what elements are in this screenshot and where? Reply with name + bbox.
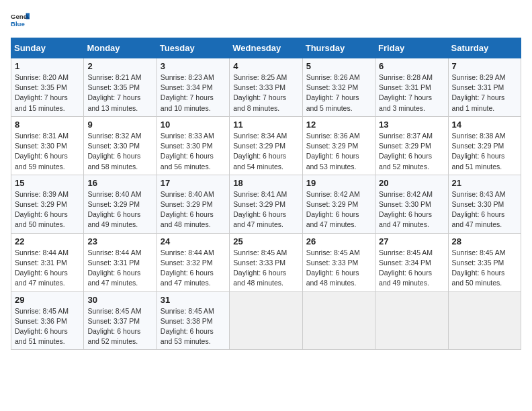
calendar-day-cell: 6 Sunrise: 8:28 AM Sunset: 3:31 PM Dayli… bbox=[375, 58, 448, 117]
calendar-day-cell: 20 Sunrise: 8:42 AM Sunset: 3:30 PM Dayl… bbox=[375, 175, 448, 233]
day-info: Sunrise: 8:42 AM Sunset: 3:29 PM Dayligh… bbox=[306, 189, 371, 230]
calendar-week-row: 8 Sunrise: 8:31 AM Sunset: 3:30 PM Dayli… bbox=[11, 116, 521, 175]
calendar-day-cell bbox=[448, 291, 521, 350]
calendar-day-cell: 4 Sunrise: 8:25 AM Sunset: 3:33 PM Dayli… bbox=[230, 58, 302, 117]
day-number: 8 bbox=[15, 120, 80, 130]
calendar-day-cell: 17 Sunrise: 8:40 AM Sunset: 3:29 PM Dayl… bbox=[157, 175, 229, 233]
calendar-day-cell: 5 Sunrise: 8:26 AM Sunset: 3:32 PM Dayli… bbox=[302, 58, 375, 117]
day-of-week-header: Wednesday bbox=[230, 38, 302, 58]
calendar-week-row: 22 Sunrise: 8:44 AM Sunset: 3:31 PM Dayl… bbox=[11, 233, 521, 291]
calendar-day-cell: 27 Sunrise: 8:45 AM Sunset: 3:34 PM Dayl… bbox=[375, 233, 448, 291]
day-number: 16 bbox=[87, 178, 152, 188]
day-info: Sunrise: 8:43 AM Sunset: 3:30 PM Dayligh… bbox=[452, 189, 517, 230]
day-info: Sunrise: 8:45 AM Sunset: 3:33 PM Dayligh… bbox=[233, 248, 298, 289]
day-number: 3 bbox=[161, 61, 226, 71]
day-number: 29 bbox=[15, 295, 80, 305]
day-number: 22 bbox=[15, 236, 80, 246]
calendar-day-cell: 22 Sunrise: 8:44 AM Sunset: 3:31 PM Dayl… bbox=[11, 233, 84, 291]
day-number: 23 bbox=[87, 236, 152, 246]
day-info: Sunrise: 8:44 AM Sunset: 3:31 PM Dayligh… bbox=[15, 248, 80, 289]
day-info: Sunrise: 8:32 AM Sunset: 3:30 PM Dayligh… bbox=[87, 131, 152, 172]
day-number: 15 bbox=[15, 178, 80, 188]
day-info: Sunrise: 8:40 AM Sunset: 3:29 PM Dayligh… bbox=[161, 189, 226, 230]
day-of-week-header: Sunday bbox=[11, 38, 84, 58]
day-info: Sunrise: 8:38 AM Sunset: 3:29 PM Dayligh… bbox=[452, 131, 517, 172]
day-info: Sunrise: 8:42 AM Sunset: 3:30 PM Dayligh… bbox=[379, 189, 444, 230]
calendar-day-cell: 23 Sunrise: 8:44 AM Sunset: 3:31 PM Dayl… bbox=[84, 233, 157, 291]
logo: General Blue bbox=[11, 11, 30, 30]
calendar-day-cell: 24 Sunrise: 8:44 AM Sunset: 3:32 PM Dayl… bbox=[157, 233, 229, 291]
day-number: 9 bbox=[87, 120, 152, 130]
day-info: Sunrise: 8:40 AM Sunset: 3:29 PM Dayligh… bbox=[87, 189, 152, 230]
day-number: 26 bbox=[306, 236, 371, 246]
day-info: Sunrise: 8:45 AM Sunset: 3:33 PM Dayligh… bbox=[306, 248, 371, 289]
day-info: Sunrise: 8:25 AM Sunset: 3:33 PM Dayligh… bbox=[233, 73, 298, 113]
day-number: 31 bbox=[161, 295, 226, 305]
calendar-day-cell: 13 Sunrise: 8:37 AM Sunset: 3:29 PM Dayl… bbox=[375, 116, 448, 175]
day-info: Sunrise: 8:41 AM Sunset: 3:29 PM Dayligh… bbox=[233, 189, 298, 230]
day-info: Sunrise: 8:39 AM Sunset: 3:29 PM Dayligh… bbox=[15, 189, 80, 230]
calendar-day-cell: 18 Sunrise: 8:41 AM Sunset: 3:29 PM Dayl… bbox=[230, 175, 302, 233]
day-number: 13 bbox=[379, 120, 444, 130]
calendar-header-row: SundayMondayTuesdayWednesdayThursdayFrid… bbox=[11, 38, 521, 58]
day-info: Sunrise: 8:45 AM Sunset: 3:37 PM Dayligh… bbox=[87, 306, 152, 347]
calendar-day-cell bbox=[375, 291, 448, 350]
calendar-day-cell: 8 Sunrise: 8:31 AM Sunset: 3:30 PM Dayli… bbox=[11, 116, 84, 175]
day-info: Sunrise: 8:34 AM Sunset: 3:29 PM Dayligh… bbox=[233, 131, 298, 172]
calendar-day-cell: 2 Sunrise: 8:21 AM Sunset: 3:35 PM Dayli… bbox=[84, 58, 157, 117]
day-info: Sunrise: 8:45 AM Sunset: 3:38 PM Dayligh… bbox=[161, 306, 226, 347]
calendar-day-cell: 21 Sunrise: 8:43 AM Sunset: 3:30 PM Dayl… bbox=[448, 175, 521, 233]
day-number: 12 bbox=[306, 120, 371, 130]
calendar-day-cell: 3 Sunrise: 8:23 AM Sunset: 3:34 PM Dayli… bbox=[157, 58, 229, 117]
calendar-day-cell bbox=[302, 291, 375, 350]
day-info: Sunrise: 8:44 AM Sunset: 3:31 PM Dayligh… bbox=[87, 248, 152, 289]
day-info: Sunrise: 8:45 AM Sunset: 3:35 PM Dayligh… bbox=[452, 248, 517, 289]
calendar-day-cell: 19 Sunrise: 8:42 AM Sunset: 3:29 PM Dayl… bbox=[302, 175, 375, 233]
day-info: Sunrise: 8:37 AM Sunset: 3:29 PM Dayligh… bbox=[379, 131, 444, 172]
calendar-day-cell: 12 Sunrise: 8:36 AM Sunset: 3:29 PM Dayl… bbox=[302, 116, 375, 175]
day-number: 28 bbox=[452, 236, 517, 246]
day-number: 14 bbox=[452, 120, 517, 130]
calendar-day-cell: 30 Sunrise: 8:45 AM Sunset: 3:37 PM Dayl… bbox=[84, 291, 157, 350]
day-info: Sunrise: 8:26 AM Sunset: 3:32 PM Dayligh… bbox=[306, 73, 371, 113]
day-info: Sunrise: 8:28 AM Sunset: 3:31 PM Dayligh… bbox=[379, 73, 444, 113]
day-number: 21 bbox=[452, 178, 517, 188]
day-info: Sunrise: 8:44 AM Sunset: 3:32 PM Dayligh… bbox=[161, 248, 226, 289]
calendar-week-row: 1 Sunrise: 8:20 AM Sunset: 3:35 PM Dayli… bbox=[11, 58, 521, 117]
calendar-day-cell: 14 Sunrise: 8:38 AM Sunset: 3:29 PM Dayl… bbox=[448, 116, 521, 175]
day-number: 1 bbox=[15, 61, 80, 71]
day-of-week-header: Monday bbox=[84, 38, 157, 58]
calendar-day-cell: 7 Sunrise: 8:29 AM Sunset: 3:31 PM Dayli… bbox=[448, 58, 521, 117]
day-info: Sunrise: 8:36 AM Sunset: 3:29 PM Dayligh… bbox=[306, 131, 371, 172]
day-number: 27 bbox=[379, 236, 444, 246]
day-number: 7 bbox=[452, 61, 517, 71]
day-info: Sunrise: 8:21 AM Sunset: 3:35 PM Dayligh… bbox=[87, 73, 152, 113]
svg-text:Blue: Blue bbox=[11, 20, 25, 28]
day-number: 24 bbox=[161, 236, 226, 246]
day-number: 18 bbox=[233, 178, 298, 188]
day-info: Sunrise: 8:20 AM Sunset: 3:35 PM Dayligh… bbox=[15, 73, 80, 113]
day-info: Sunrise: 8:29 AM Sunset: 3:31 PM Dayligh… bbox=[452, 73, 517, 113]
day-info: Sunrise: 8:33 AM Sunset: 3:30 PM Dayligh… bbox=[161, 131, 226, 172]
day-of-week-header: Thursday bbox=[302, 38, 375, 58]
day-number: 4 bbox=[233, 61, 298, 71]
page-header: General Blue bbox=[11, 11, 521, 30]
day-number: 11 bbox=[233, 120, 298, 130]
day-of-week-header: Saturday bbox=[448, 38, 521, 58]
calendar-day-cell: 10 Sunrise: 8:33 AM Sunset: 3:30 PM Dayl… bbox=[157, 116, 229, 175]
calendar-day-cell: 25 Sunrise: 8:45 AM Sunset: 3:33 PM Dayl… bbox=[230, 233, 302, 291]
day-number: 2 bbox=[87, 61, 152, 71]
calendar-day-cell bbox=[230, 291, 302, 350]
calendar-day-cell: 15 Sunrise: 8:39 AM Sunset: 3:29 PM Dayl… bbox=[11, 175, 84, 233]
calendar-day-cell: 1 Sunrise: 8:20 AM Sunset: 3:35 PM Dayli… bbox=[11, 58, 84, 117]
day-info: Sunrise: 8:31 AM Sunset: 3:30 PM Dayligh… bbox=[15, 131, 80, 172]
calendar-day-cell: 29 Sunrise: 8:45 AM Sunset: 3:36 PM Dayl… bbox=[11, 291, 84, 350]
calendar-week-row: 15 Sunrise: 8:39 AM Sunset: 3:29 PM Dayl… bbox=[11, 175, 521, 233]
day-number: 6 bbox=[379, 61, 444, 71]
day-of-week-header: Tuesday bbox=[157, 38, 229, 58]
day-info: Sunrise: 8:45 AM Sunset: 3:36 PM Dayligh… bbox=[15, 306, 80, 347]
day-number: 10 bbox=[161, 120, 226, 130]
day-info: Sunrise: 8:45 AM Sunset: 3:34 PM Dayligh… bbox=[379, 248, 444, 289]
calendar-day-cell: 31 Sunrise: 8:45 AM Sunset: 3:38 PM Dayl… bbox=[157, 291, 229, 350]
calendar-day-cell: 26 Sunrise: 8:45 AM Sunset: 3:33 PM Dayl… bbox=[302, 233, 375, 291]
